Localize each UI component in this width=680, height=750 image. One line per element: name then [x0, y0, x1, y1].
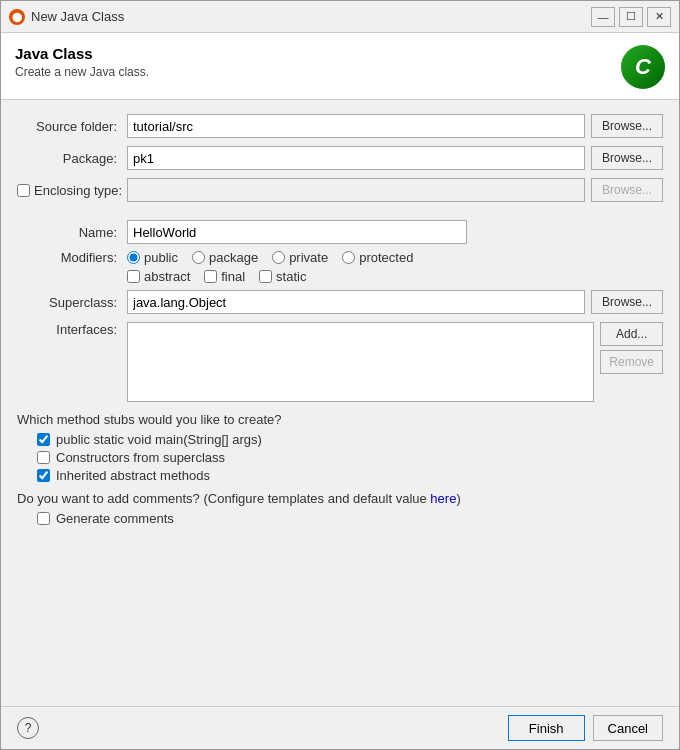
modifier-private-label: private — [289, 250, 328, 265]
stubs-question: Which method stubs would you like to cre… — [17, 412, 663, 427]
source-folder-row: Source folder: Browse... — [17, 114, 663, 138]
comments-here-link[interactable]: here — [430, 491, 456, 506]
stubs-section: Which method stubs would you like to cre… — [17, 412, 663, 483]
package-input[interactable] — [127, 146, 585, 170]
interfaces-buttons: Add... Remove — [600, 322, 663, 374]
add-interface-button[interactable]: Add... — [600, 322, 663, 346]
generate-comments-label[interactable]: Generate comments — [56, 511, 174, 526]
modifier-private-option[interactable]: private — [272, 250, 328, 265]
app-icon: ⬤ — [9, 9, 25, 25]
source-folder-label: Source folder: — [17, 119, 127, 134]
name-row: Name: — [17, 220, 663, 244]
access-modifier-group: public package private protected — [127, 250, 413, 265]
source-folder-browse-button[interactable]: Browse... — [591, 114, 663, 138]
modifier-abstract-checkbox[interactable] — [127, 270, 140, 283]
stub-inherited-label[interactable]: Inherited abstract methods — [56, 468, 210, 483]
modifier-package-option[interactable]: package — [192, 250, 258, 265]
title-bar: ⬤ New Java Class — ☐ ✕ — [1, 1, 679, 33]
stub-constructors-checkbox[interactable] — [37, 451, 50, 464]
header-section: Java Class Create a new Java class. C — [1, 33, 679, 100]
title-controls: — ☐ ✕ — [591, 7, 671, 27]
stub-main-item: public static void main(String[] args) — [37, 432, 663, 447]
close-button[interactable]: ✕ — [647, 7, 671, 27]
package-label: Package: — [17, 151, 127, 166]
stub-inherited-checkbox[interactable] — [37, 469, 50, 482]
modifier-public-option[interactable]: public — [127, 250, 178, 265]
enclosing-type-checkbox[interactable] — [17, 184, 30, 197]
window-title: New Java Class — [31, 9, 124, 24]
modifier-protected-radio[interactable] — [342, 251, 355, 264]
modifiers-row: Modifiers: public package private — [17, 250, 663, 284]
java-icon: C — [621, 45, 665, 89]
superclass-label: Superclass: — [17, 295, 127, 310]
modifier-final-option[interactable]: final — [204, 269, 245, 284]
generate-comments-checkbox[interactable] — [37, 512, 50, 525]
stub-main-label[interactable]: public static void main(String[] args) — [56, 432, 262, 447]
superclass-row: Superclass: Browse... — [17, 290, 663, 314]
page-subtitle: Create a new Java class. — [15, 65, 149, 79]
comments-section: Do you want to add comments? (Configure … — [17, 491, 663, 526]
comments-question-end: ) — [456, 491, 460, 506]
title-bar-left: ⬤ New Java Class — [9, 9, 124, 25]
interfaces-label: Interfaces: — [17, 322, 127, 337]
modifier-abstract-option[interactable]: abstract — [127, 269, 190, 284]
modifier-abstract-label: abstract — [144, 269, 190, 284]
name-label: Name: — [17, 225, 127, 240]
form-content: Source folder: Browse... Package: Browse… — [1, 100, 679, 706]
superclass-input[interactable] — [127, 290, 585, 314]
minimize-button[interactable]: — — [591, 7, 615, 27]
modifiers-label: Modifiers: — [17, 250, 127, 265]
modifier-static-label: static — [276, 269, 306, 284]
interfaces-textarea[interactable] — [127, 322, 594, 402]
enclosing-check-container: Enclosing type: — [17, 183, 127, 198]
footer: ? Finish Cancel — [1, 706, 679, 749]
source-folder-input[interactable] — [127, 114, 585, 138]
maximize-button[interactable]: ☐ — [619, 7, 643, 27]
modifier-public-radio[interactable] — [127, 251, 140, 264]
modifier-protected-label: protected — [359, 250, 413, 265]
comments-question-text: Do you want to add comments? (Configure … — [17, 491, 430, 506]
stub-constructors-label[interactable]: Constructors from superclass — [56, 450, 225, 465]
stub-inherited-item: Inherited abstract methods — [37, 468, 663, 483]
modifier-final-checkbox[interactable] — [204, 270, 217, 283]
page-title: Java Class — [15, 45, 149, 62]
enclosing-type-browse-button: Browse... — [591, 178, 663, 202]
package-browse-button[interactable]: Browse... — [591, 146, 663, 170]
enclosing-type-row: Enclosing type: Browse... — [17, 178, 663, 202]
comments-question: Do you want to add comments? (Configure … — [17, 491, 663, 506]
help-button[interactable]: ? — [17, 717, 39, 739]
modifiers-options: public package private protected — [127, 250, 413, 284]
superclass-browse-button[interactable]: Browse... — [591, 290, 663, 314]
finish-button[interactable]: Finish — [508, 715, 585, 741]
modifier-package-label: package — [209, 250, 258, 265]
modifier-final-label: final — [221, 269, 245, 284]
modifier-private-radio[interactable] — [272, 251, 285, 264]
modifier-package-radio[interactable] — [192, 251, 205, 264]
interfaces-row: Interfaces: Add... Remove — [17, 322, 663, 402]
stub-main-checkbox[interactable] — [37, 433, 50, 446]
other-modifier-group: abstract final static — [127, 269, 413, 284]
enclosing-type-label[interactable]: Enclosing type: — [34, 183, 122, 198]
modifier-static-option[interactable]: static — [259, 269, 306, 284]
name-input[interactable] — [127, 220, 467, 244]
main-window: ⬤ New Java Class — ☐ ✕ Java Class Create… — [0, 0, 680, 750]
generate-comments-item: Generate comments — [37, 511, 663, 526]
stub-constructors-item: Constructors from superclass — [37, 450, 663, 465]
footer-buttons: Finish Cancel — [508, 715, 663, 741]
cancel-button[interactable]: Cancel — [593, 715, 663, 741]
enclosing-type-input[interactable] — [127, 178, 585, 202]
remove-interface-button[interactable]: Remove — [600, 350, 663, 374]
modifier-protected-option[interactable]: protected — [342, 250, 413, 265]
modifier-static-checkbox[interactable] — [259, 270, 272, 283]
header-text: Java Class Create a new Java class. — [15, 45, 149, 79]
package-row: Package: Browse... — [17, 146, 663, 170]
modifier-public-label: public — [144, 250, 178, 265]
